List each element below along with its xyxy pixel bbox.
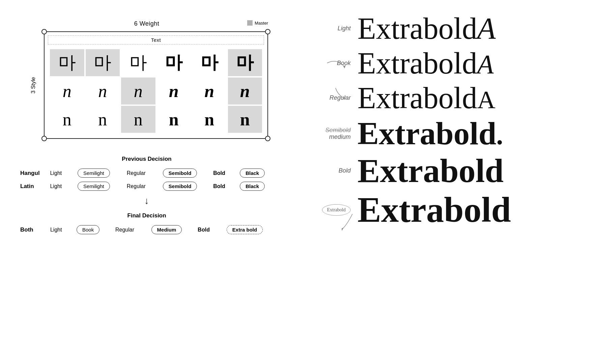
- final-decision-table: Both Light Book Regular Medium Bold Extr…: [20, 223, 273, 236]
- glyph-hangul-2: 마: [86, 49, 120, 76]
- hangul-regular: Regular: [119, 166, 153, 180]
- font-display-regular: ExtraboldA: [357, 83, 495, 113]
- table-row: Hangul Light Semilight Regular Semibold …: [20, 166, 273, 180]
- hangul-black: Black: [231, 166, 273, 180]
- latin-black: Black: [231, 180, 273, 193]
- glyph-regular-3: n: [121, 106, 155, 133]
- final-decision: Final Decision Both Light Book Regular M…: [20, 212, 273, 236]
- both-regular: Regular: [108, 223, 142, 236]
- hangul-semilight: Semilight: [68, 166, 119, 180]
- font-display-bold: Extrabold: [357, 154, 503, 188]
- previous-decision: Previous Decision Hangul Light Semilight…: [20, 156, 273, 209]
- glyph-regular-4: n: [157, 106, 191, 133]
- font-row-extrabold: Extrabold Extrabold: [314, 192, 607, 228]
- latin-semilight: Semilight: [68, 180, 119, 193]
- svg-marker-1: [343, 96, 346, 100]
- latin-semibold: Semibold: [153, 180, 207, 193]
- glyph-italic-2: n: [86, 78, 120, 104]
- font-row-light: Light ExtraboldA: [314, 13, 607, 44]
- corner-tl: [41, 29, 47, 34]
- glyph-hangul-4: 마: [157, 49, 191, 76]
- both-medium: Medium: [142, 223, 191, 236]
- hangul-label: Hangul: [20, 166, 44, 180]
- left-panel: 6 Weight Master 3 Style Text 마: [0, 0, 287, 364]
- font-display-light: ExtraboldA: [357, 13, 496, 44]
- glyph-hangul-6: 마: [228, 49, 262, 76]
- font-display-book: ExtraboldA: [357, 48, 494, 79]
- table-row: Both Light Book Regular Medium Bold Extr…: [20, 223, 273, 236]
- font-row-regular: Regular ExtraboldA: [314, 83, 607, 113]
- font-display-semibold: Extrabold.: [357, 118, 503, 150]
- hangul-bold: Bold: [207, 166, 231, 180]
- both-bold: Bold: [191, 223, 216, 236]
- book-arrow-svg: [324, 56, 351, 77]
- font-rows-container: Light ExtraboldA Book ExtraboldA Regular: [287, 0, 607, 230]
- arrow-down: ↓: [20, 193, 273, 209]
- latin-bold: Bold: [207, 180, 231, 193]
- previous-decision-table: Hangul Light Semilight Regular Semibold …: [20, 166, 273, 193]
- glyph-regular-2: n: [86, 106, 120, 133]
- svg-marker-2: [342, 228, 344, 231]
- glyph-regular-6: n: [228, 106, 262, 133]
- glyph-italic-5: n: [192, 78, 227, 104]
- label-light: Light: [314, 25, 357, 32]
- both-extrabold: Extra bold: [216, 223, 273, 236]
- final-decision-title: Final Decision: [20, 212, 273, 219]
- table-row: Latin Light Semilight Regular Semibold B…: [20, 180, 273, 193]
- font-display-extrabold: Extrabold: [357, 192, 511, 228]
- regular-arrow-svg: [334, 86, 347, 100]
- glyph-italic-1: n: [50, 78, 84, 104]
- corner-bl: [41, 136, 47, 141]
- glyph-hangul-1: 마: [50, 49, 84, 76]
- style-label: 3 Style: [30, 77, 36, 93]
- master-text: Master: [255, 21, 268, 26]
- glyph-hangul-5: 마: [192, 49, 227, 76]
- glyph-italic-4: n: [157, 78, 191, 104]
- font-display-extrabold-wrapper: Extrabold: [357, 192, 511, 228]
- latin-regular: Regular: [119, 180, 153, 193]
- extrabold-arrow-svg: [339, 211, 359, 231]
- latin-light: Light: [44, 180, 68, 193]
- font-row-book: Book ExtraboldA: [314, 48, 607, 79]
- label-bold: Bold: [314, 167, 357, 175]
- corner-tr: [265, 29, 270, 34]
- glyph-italic-6: n: [228, 78, 262, 104]
- glyph-regular-1: n: [50, 106, 84, 133]
- glyph-regular-5: n: [192, 106, 227, 133]
- glyph-hangul-3: 마: [121, 49, 155, 76]
- previous-decision-title: Previous Decision: [20, 156, 273, 162]
- both-light: Light: [44, 223, 68, 236]
- corner-br: [265, 136, 270, 141]
- font-row-bold: Bold Extrabold: [314, 154, 607, 188]
- hangul-semibold: Semibold: [153, 166, 207, 180]
- text-label: Text: [48, 35, 264, 44]
- hangul-light: Light: [44, 166, 68, 180]
- glyph-grid: 마 마 마 마 마 마 n n n n n n n n n: [48, 47, 264, 135]
- both-label: Both: [20, 223, 44, 236]
- weight-diagram: 6 Weight Master 3 Style Text 마: [25, 20, 268, 139]
- master-label: Master: [247, 20, 268, 26]
- label-regular: Regular: [314, 94, 357, 102]
- label-semibold: Semibold medium: [314, 127, 357, 141]
- weight-title: 6 Weight: [25, 20, 268, 27]
- latin-label: Latin: [20, 180, 44, 193]
- font-row-semibold: Semibold medium Extrabold.: [314, 118, 607, 150]
- both-book: Book: [68, 223, 108, 236]
- diagram-outer: Text 마 마 마 마 마 마 n n n n n n: [44, 31, 268, 139]
- master-square: [247, 20, 253, 26]
- glyph-italic-3: n: [121, 78, 155, 104]
- label-book: Book: [314, 60, 357, 67]
- right-panel: Light ExtraboldA Book ExtraboldA Regular: [287, 0, 607, 364]
